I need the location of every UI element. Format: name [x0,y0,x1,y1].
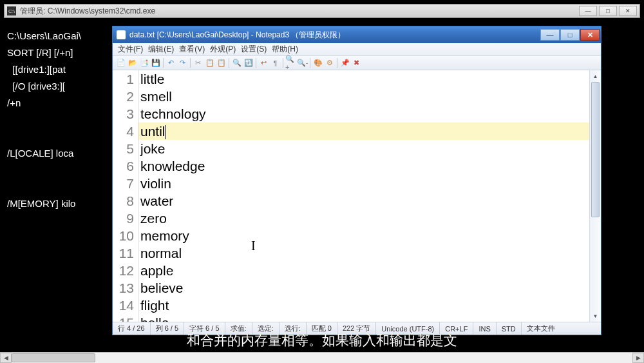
scroll-right-button[interactable]: ▶ [632,353,644,363]
maximize-button[interactable]: □ [599,6,617,16]
line-number: 5 [113,140,134,157]
line-number: 11 [113,244,134,262]
video-caption: 和合并的内存量相等。如果输入和输出都是文 [0,331,644,349]
cmd-titlebar[interactable]: C:\ 管理员: C:\Windows\system32\cmd.exe — □… [4,4,640,18]
line-number: 10 [113,227,134,244]
scroll-down-button[interactable]: ▼ [590,310,601,322]
line-number: 3 [113,105,134,123]
undo-icon[interactable]: ↶ [166,57,176,68]
menu-help[interactable]: 帮助(H) [270,43,299,55]
editor-line[interactable]: apple [138,262,589,279]
line-number: 13 [113,279,134,297]
scrollbar-thumb[interactable] [591,82,600,217]
find-icon[interactable]: 🔍 [231,57,242,68]
cut-icon[interactable]: ✂ [193,57,204,68]
editor-line[interactable]: until [138,123,589,140]
cmd-title: 管理员: C:\Windows\system32\cmd.exe [20,6,579,17]
new-icon[interactable]: 📄 [115,57,126,68]
line-number: 15 [113,314,134,322]
notepad-window: data.txt [C:\Users\LaoGai\Desktop] - Not… [112,26,601,335]
menu-appearance[interactable]: 外观(P) [209,43,237,55]
line-number: 9 [113,210,134,227]
whitespace-icon[interactable]: ¶ [270,57,281,68]
menu-settings[interactable]: 设置(S) [240,43,268,55]
maximize-button[interactable]: □ [560,29,580,41]
text-cursor-ibeam: I [251,239,256,253]
menu-file[interactable]: 文件(F) [117,43,144,55]
copy-icon[interactable]: 📋 [204,57,215,68]
scroll-up-button[interactable]: ▲ [590,70,601,82]
wordwrap-icon[interactable]: ↩ [258,57,269,68]
zoom-in-icon[interactable]: 🔍+ [285,57,296,68]
save-icon[interactable]: 💾 [150,57,161,68]
menu-edit[interactable]: 编辑(E) [147,43,175,55]
line-number: 2 [113,88,134,105]
vertical-scrollbar[interactable]: ▲ ▼ [589,70,601,322]
editor-line[interactable]: memory [138,227,589,244]
line-number: 14 [113,297,134,314]
scroll-left-button[interactable]: ◀ [0,353,12,363]
notepad-icon [117,30,126,39]
editor-line[interactable]: flight [138,297,589,314]
line-number: 12 [113,262,134,279]
horizontal-scrollbar[interactable]: ◀ ▶ [0,352,644,363]
line-number: 1 [113,70,134,88]
editor-line[interactable]: little [138,70,589,88]
toolbar: 📄 📂 📑 💾 ↶ ↷ ✂ 📋 📋 🔍 🔃 ↩ ¶ 🔍+ 🔍- 🎨 ⚙ 📌 ✖ [113,56,601,70]
scheme-icon[interactable]: 🎨 [312,57,323,68]
minimize-button[interactable]: — [540,29,560,41]
hscroll-thumb[interactable] [12,353,95,362]
replace-icon[interactable]: 🔃 [243,57,254,68]
pin-icon[interactable]: 📌 [339,57,350,68]
editor-line[interactable]: hello [138,314,589,322]
menu-bar: 文件(F) 编辑(E) 查看(V) 外观(P) 设置(S) 帮助(H) [113,43,601,56]
close-button[interactable]: ✕ [619,6,637,16]
editor-line[interactable]: knowledge [138,157,589,175]
paste-icon[interactable]: 📋 [216,57,227,68]
customize-icon[interactable]: ⚙ [324,57,335,68]
notepad-titlebar[interactable]: data.txt [C:\Users\LaoGai\Desktop] - Not… [113,26,601,43]
line-number: 4 [113,123,134,140]
editor-line[interactable]: joke [138,140,589,157]
line-number-gutter: 123456789101112131415 [113,70,138,322]
editor-content[interactable]: littlesmelltechnologyuntiljokeknowledgev… [138,70,589,322]
text-cursor [165,125,166,139]
editor-line[interactable]: violin [138,175,589,192]
cmd-icon: C:\ [7,6,16,15]
editor-line[interactable]: believe [138,279,589,297]
editor-line[interactable]: normal [138,244,589,262]
close-button[interactable]: ✕ [580,29,600,41]
scrollbar-track[interactable] [590,82,601,310]
hscroll-track[interactable] [12,353,632,363]
minimize-button[interactable]: — [579,6,597,16]
menu-view[interactable]: 查看(V) [178,43,206,55]
line-number: 6 [113,157,134,175]
open-icon[interactable]: 📂 [127,57,138,68]
exit-icon[interactable]: ✖ [351,57,362,68]
notepad-title: data.txt [C:\Users\LaoGai\Desktop] - Not… [129,30,540,41]
line-number: 8 [113,192,134,210]
editor-line[interactable]: water [138,192,589,210]
editor-line[interactable]: zero [138,210,589,227]
browse-icon[interactable]: 📑 [138,57,149,68]
editor-line[interactable]: smell [138,88,589,105]
editor-area[interactable]: 123456789101112131415 littlesmelltechnol… [113,70,601,322]
redo-icon[interactable]: ↷ [177,57,188,68]
line-number: 7 [113,175,134,192]
editor-line[interactable]: technology [138,105,589,123]
zoom-out-icon[interactable]: 🔍- [297,57,308,68]
